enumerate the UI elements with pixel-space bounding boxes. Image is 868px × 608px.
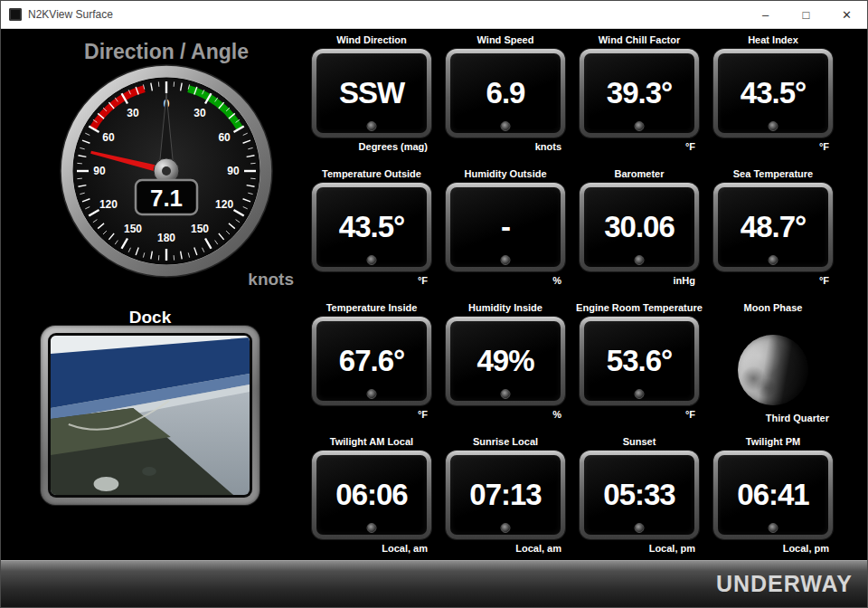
instrument-grid: Wind Direction SSW Degrees (mag) Wind Sp… [305,33,840,569]
close-button[interactable]: ✕ [826,1,867,28]
instrument-value: 53.6° [607,344,672,378]
instrument-twilight-pm: Twilight PM 06:41 Local, pm [706,435,840,569]
dashboard: Direction / Angle [1,29,867,560]
display-power-button [635,121,645,131]
gauge-unit-label: knots [185,270,294,290]
gauge-tick-label: 60 [218,131,231,144]
instrument-display[interactable]: 43.5° [312,183,431,271]
display-power-button [367,523,377,533]
instrument-display[interactable]: 6.9 [446,49,565,138]
instrument-display[interactable]: 06:06 [312,451,431,539]
instrument-display[interactable]: 48.7° [713,183,833,271]
instrument-display[interactable]: 53.6° [580,317,699,405]
window-controls: – □ ✕ [745,1,867,28]
instrument-label: Humidity Outside [464,167,546,180]
gauge-title: Direction / Angle [1,40,332,64]
instrument-unit: Local, pm [580,543,699,554]
instrument-display[interactable]: 30.06 [580,183,699,271]
gauge-tick-label: 150 [124,223,142,235]
instrument-wind-speed: Wind Speed 6.9 knots [439,33,572,167]
instrument-display[interactable]: 43.5° [713,49,833,138]
instrument-label: Sunrise Local [473,435,538,448]
instrument-unit: °F [713,275,833,286]
instrument-moon-phase: Moon Phase Third Quarter [706,301,840,435]
gauge-svg: 0306090120150180306090120150 7.1 [58,62,275,280]
instrument-value: 05:33 [603,478,675,512]
display-power-button [769,121,778,131]
instrument-value: 07:13 [469,478,541,512]
instrument-label: Twilight AM Local [330,435,413,448]
gauge-tick-label: 120 [215,198,233,211]
instrument-label: Heat Index [748,33,798,46]
wind-angle-gauge[interactable]: 0306090120150180306090120150 7.1 [58,62,275,280]
instrument-label: Temperature Inside [326,301,418,314]
gauge-digital-value: 7.1 [150,185,183,212]
minimize-button[interactable]: – [745,1,786,28]
instrument-temperature-inside: Temperature Inside 67.6° °F [305,301,439,435]
display-power-button [367,121,377,131]
camera-inner-frame [48,333,252,498]
instrument-unit: °F [713,141,833,152]
instrument-unit: % [446,275,565,286]
instrument-label: Barometer [614,167,664,180]
window-titlebar: N2KView Surface – □ ✕ [1,1,867,29]
instrument-unit: Local, am [312,543,431,554]
instrument-value: 06:41 [737,478,808,512]
instrument-display[interactable]: 49% [446,317,565,405]
instrument-display[interactable]: - [446,183,565,271]
display-power-button [501,389,511,399]
instrument-value: 06:06 [335,478,407,512]
instrument-value: 48.7° [741,210,806,244]
instrument-unit: % [446,409,565,420]
instrument-display[interactable]: 06:41 [713,451,833,539]
display-power-button [501,121,511,131]
instrument-display[interactable]: 07:13 [446,451,565,539]
instrument-unit: Local, pm [713,543,833,554]
display-power-button [635,523,645,533]
instrument-value: SSW [339,76,404,110]
instrument-twilight-am: Twilight AM Local 06:06 Local, am [305,435,439,569]
instrument-value: 67.6° [339,344,404,378]
display-power-button [501,255,511,265]
instrument-wind-chill: Wind Chill Factor 39.3° °F [572,33,706,167]
instrument-sunset: Sunset 05:33 Local, pm [572,435,706,569]
display-power-button [635,389,645,399]
instrument-value: 30.06 [604,210,675,244]
instrument-unit: °F [312,275,431,286]
instrument-label: Engine Room Temperature [576,301,703,314]
instrument-humidity-inside: Humidity Inside 49% % [439,301,572,435]
dock-camera-image [51,336,250,495]
instrument-heat-index: Heat Index 43.5° °F [706,33,840,167]
instrument-label: Sea Temperature [733,167,813,180]
gauge-tick-label: 180 [157,232,175,244]
instrument-barometer: Barometer 30.06 inHg [572,167,706,301]
window-title: N2KView Surface [28,8,113,21]
gauge-tick-label: 150 [191,223,209,235]
instrument-display[interactable]: 39.3° [580,49,699,138]
instrument-sea-temperature: Sea Temperature 48.7° °F [706,167,840,301]
maximize-button[interactable]: □ [786,1,826,28]
status-bar: UNDERWAY [1,560,867,607]
app-window: N2KView Surface – □ ✕ Direction / Angle [0,0,868,608]
instrument-unit: °F [312,409,431,420]
display-power-button [635,255,645,265]
instrument-value: 6.9 [486,76,525,110]
instrument-label: Wind Direction [336,33,407,46]
instrument-engine-room-temperature: Engine Room Temperature 53.6° °F [572,301,706,435]
instrument-value: 43.5° [339,210,404,244]
display-power-button [769,523,778,533]
instrument-display[interactable]: 67.6° [312,317,431,405]
instrument-label: Sunset [623,435,656,448]
instrument-unit: Degrees (mag) [312,141,431,152]
instrument-label: Moon Phase [744,301,803,314]
dock-camera[interactable] [41,326,259,505]
instrument-display[interactable]: 05:33 [580,451,699,539]
gauge-tick-label: 120 [99,198,118,211]
instrument-temperature-outside: Temperature Outside 43.5° °F [305,167,439,301]
gauge-tick-label: 30 [127,107,139,119]
gauge-hub-center [162,166,171,176]
gauge-tick-label: 90 [93,165,106,177]
instrument-display[interactable]: SSW [312,49,431,138]
instrument-unit: Third Quarter [713,413,833,423]
instrument-label: Temperature Outside [322,167,421,180]
